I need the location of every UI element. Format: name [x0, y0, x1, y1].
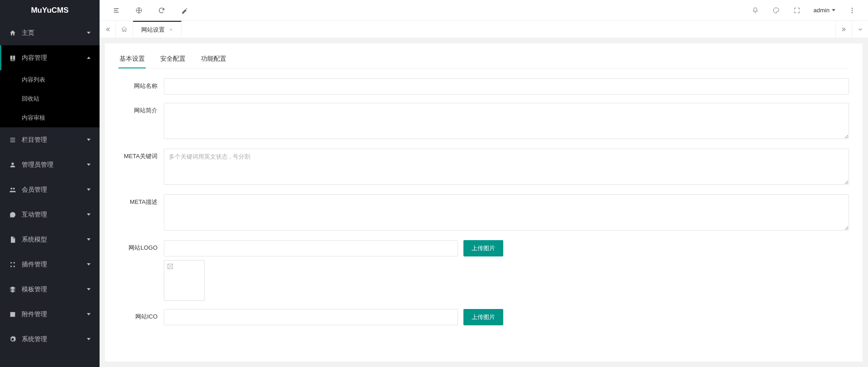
chevron-down-icon [87, 164, 91, 166]
tabbar-spacer [181, 21, 835, 38]
tab-site-settings[interactable]: 网站设置 × [133, 21, 181, 38]
image-icon [9, 311, 16, 318]
row-site-ico: 网站ICO 上传图片 [119, 309, 849, 325]
tabs-menu[interactable] [852, 21, 868, 38]
label-meta-desc: META描述 [119, 194, 164, 206]
refresh-button[interactable] [150, 0, 173, 21]
topbar-right: admin [745, 0, 863, 21]
logo-preview [164, 260, 205, 301]
row-site-logo: 网站LOGO 上传图片 [119, 240, 849, 301]
chevron-down-icon [87, 313, 91, 315]
submenu-content: 内容列表 回收站 内容审核 [0, 70, 100, 127]
user-menu[interactable]: admin [807, 0, 842, 21]
upload-logo-button[interactable]: 上传图片 [463, 240, 503, 256]
doc-icon [9, 236, 16, 243]
chevron-down-icon [87, 188, 91, 191]
users-icon [9, 186, 16, 193]
chevron-down-icon [87, 338, 91, 340]
clear-cache-button[interactable] [173, 0, 196, 21]
tabs-scroll-right[interactable] [835, 21, 852, 38]
sidebar-label: 系统管理 [22, 335, 87, 343]
sidebar-label: 会员管理 [22, 186, 87, 194]
sidebar-item-model[interactable]: 系统模型 [0, 227, 100, 252]
tab-close-icon[interactable]: × [169, 26, 173, 33]
sidebar-label: 模板管理 [22, 285, 87, 294]
chevron-down-icon [87, 32, 91, 34]
fullscreen-button[interactable] [787, 0, 807, 21]
sidebar-item-member[interactable]: 会员管理 [0, 177, 100, 202]
svg-point-3 [852, 12, 853, 13]
content-tab-security[interactable]: 安全配置 [159, 50, 186, 68]
submenu-recycle[interactable]: 回收站 [0, 89, 100, 108]
content-tabs: 基本设置 安全配置 功能配置 [119, 50, 849, 68]
main-menu: 主页 内容管理 内容列表 回收站 内容审核 栏目管理 管理员管理 [0, 20, 100, 367]
sidebar-item-system[interactable]: 系统管理 [0, 327, 100, 352]
list-icon [9, 136, 16, 144]
sidebar-label: 内容管理 [22, 54, 87, 62]
globe-button[interactable] [128, 0, 150, 21]
chevron-down-icon [87, 263, 91, 266]
toggle-sidebar-button[interactable] [105, 0, 128, 21]
label-site-logo: 网站LOGO [119, 240, 164, 252]
label-meta-keywords: META关键词 [119, 149, 164, 160]
chevron-down-icon [87, 238, 91, 241]
theme-button[interactable] [766, 0, 787, 21]
sidebar-label: 互动管理 [22, 211, 87, 219]
topbar: admin [100, 0, 868, 21]
sidebar-item-attachment[interactable]: 附件管理 [0, 302, 100, 327]
row-meta-desc: META描述 [119, 194, 849, 232]
chevron-up-icon [87, 57, 91, 59]
content-tab-function[interactable]: 功能配置 [200, 50, 227, 68]
content: 基本设置 安全配置 功能配置 网站名称 网站简介 META关键词 META描述 [105, 43, 863, 362]
textarea-site-desc[interactable] [164, 103, 849, 139]
label-site-ico: 网站ICO [119, 309, 164, 321]
logo: MuYuCMS [0, 0, 100, 20]
submenu-content-list[interactable]: 内容列表 [0, 70, 100, 89]
sidebar-item-home[interactable]: 主页 [0, 20, 100, 45]
sidebar-item-column[interactable]: 栏目管理 [0, 127, 100, 152]
sidebar-item-admin[interactable]: 管理员管理 [0, 152, 100, 177]
topbar-left [105, 0, 196, 21]
sidebar-label: 系统模型 [22, 236, 87, 244]
bell-button[interactable] [745, 0, 766, 21]
sidebar-item-interact[interactable]: 互动管理 [0, 202, 100, 227]
svg-point-1 [852, 8, 853, 9]
input-site-logo[interactable] [164, 240, 458, 256]
tab-home[interactable] [116, 21, 133, 38]
label-site-name: 网站名称 [119, 78, 164, 90]
textarea-meta-keywords[interactable] [164, 149, 849, 185]
chevron-down-icon [87, 213, 91, 216]
sidebar-label: 插件管理 [22, 261, 87, 269]
gear-icon [9, 336, 16, 343]
book-icon [9, 54, 16, 62]
content-tab-basic[interactable]: 基本设置 [119, 50, 146, 68]
tabs-scroll-left[interactable] [100, 21, 116, 38]
sidebar-item-template[interactable]: 模板管理 [0, 277, 100, 302]
submenu-audit[interactable]: 内容审核 [0, 108, 100, 127]
sidebar-item-plugin[interactable]: 插件管理 [0, 252, 100, 277]
label-site-desc: 网站简介 [119, 103, 164, 115]
sidebar-label: 栏目管理 [22, 136, 87, 144]
input-site-ico[interactable] [164, 309, 458, 325]
broken-image-icon [167, 263, 174, 270]
sidebar-label: 主页 [22, 29, 87, 37]
row-meta-keywords: META关键词 [119, 149, 849, 186]
svg-point-2 [852, 10, 853, 11]
tab-label: 网站设置 [141, 26, 165, 34]
chat-icon [9, 211, 16, 218]
tabbar: 网站设置 × [100, 21, 868, 38]
sidebar-item-content[interactable]: 内容管理 [0, 45, 100, 70]
input-site-name[interactable] [164, 78, 849, 95]
layers-icon [9, 286, 16, 293]
textarea-meta-desc[interactable] [164, 194, 849, 231]
sidebar-label: 管理员管理 [22, 161, 87, 169]
more-button[interactable] [842, 0, 863, 21]
chevron-down-icon [87, 288, 91, 290]
caret-down-icon [832, 9, 835, 11]
home-icon [9, 29, 16, 37]
user-icon [9, 161, 16, 169]
row-site-desc: 网站简介 [119, 103, 849, 140]
plugin-icon [9, 261, 16, 268]
upload-ico-button[interactable]: 上传图片 [463, 309, 503, 325]
sidebar: MuYuCMS 主页 内容管理 内容列表 回收站 内容审核 栏目管理 [0, 0, 100, 367]
